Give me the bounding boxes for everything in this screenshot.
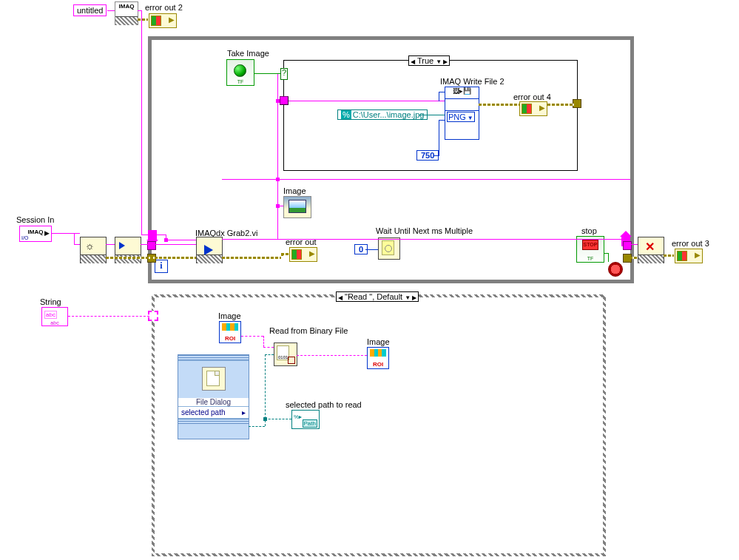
image-label: Image xyxy=(283,186,306,195)
shift-register-left xyxy=(148,230,157,240)
wire xyxy=(249,426,265,428)
junction xyxy=(276,99,280,103)
file-type-ring[interactable]: PNG xyxy=(447,112,475,122)
imaq-write-label: IMAQ Write File 2 xyxy=(440,77,505,86)
error-out-3-indicator xyxy=(675,249,703,263)
untitled-control[interactable]: untitled xyxy=(73,4,107,16)
wire xyxy=(138,18,148,21)
error-out-indicator xyxy=(289,247,317,262)
image-roi1-label: Image xyxy=(218,311,241,320)
wire xyxy=(106,244,115,245)
wire xyxy=(74,233,75,244)
camera-icon xyxy=(197,254,222,263)
file-dialog-title: File Dialog xyxy=(178,398,249,406)
imaqdx-grab-node xyxy=(196,237,223,263)
iteration-terminal: i xyxy=(155,260,168,273)
wire xyxy=(52,233,80,234)
junction xyxy=(276,204,280,208)
wire xyxy=(222,239,629,240)
loop-tunnel xyxy=(147,241,156,250)
error-out-4-indicator xyxy=(519,101,547,116)
wire xyxy=(106,257,196,259)
session-in-label: Session In xyxy=(16,215,54,224)
session-in-control[interactable]: IMAQI/O▶ xyxy=(19,226,52,242)
wire xyxy=(277,73,278,179)
wire xyxy=(138,10,141,11)
wire xyxy=(439,120,445,121)
case-selector-top[interactable]: True xyxy=(408,55,450,66)
selected-path-indicator: %▸Path xyxy=(291,410,320,429)
wire xyxy=(288,101,445,101)
imaqdx-close-node: ✕ xyxy=(638,237,664,263)
wire xyxy=(630,257,638,259)
wire xyxy=(479,104,519,106)
wire xyxy=(277,179,278,239)
file-path-constant[interactable]: %C:\User...\image.jpg xyxy=(337,109,428,120)
wire xyxy=(254,73,280,74)
stop-label: stop xyxy=(581,226,597,235)
wire xyxy=(265,354,274,356)
file-dialog-selected-path-port: selected path▸ xyxy=(178,406,249,418)
image-indicator xyxy=(283,196,311,218)
wire xyxy=(365,249,378,250)
loop-tunnel xyxy=(623,241,632,250)
wire xyxy=(608,253,609,262)
wire xyxy=(74,244,80,245)
camera-icon xyxy=(638,254,664,263)
wire xyxy=(265,354,266,426)
case-tunnel xyxy=(280,96,288,105)
wire xyxy=(68,316,149,317)
wire xyxy=(222,179,630,180)
wire xyxy=(433,155,439,156)
error-out-4-label: error out 4 xyxy=(513,92,551,101)
wire xyxy=(107,10,115,11)
wire xyxy=(265,419,291,420)
wire xyxy=(439,92,445,92)
wire xyxy=(263,347,274,348)
imaqdx-config-node xyxy=(115,237,141,263)
imaq-create-node: IMAQ xyxy=(115,1,138,25)
take-image-control[interactable]: TF xyxy=(226,59,254,86)
wire xyxy=(141,10,142,235)
wait-label: Wait Until Next ms Multiple xyxy=(376,226,473,235)
wire xyxy=(419,115,445,115)
read-binary-label: Read from Binary File xyxy=(269,326,348,335)
wire xyxy=(439,120,439,156)
wire xyxy=(141,235,166,235)
wire xyxy=(222,257,281,259)
case-tunnel-neg xyxy=(148,311,158,321)
selected-path-label: selected path to read xyxy=(286,400,362,409)
junction xyxy=(263,417,267,421)
string-control[interactable]: abcabc xyxy=(41,307,68,326)
loop-condition-terminal[interactable] xyxy=(608,262,623,277)
image-roi2-label: Image xyxy=(367,337,390,346)
stop-control[interactable]: STOPTF xyxy=(576,236,604,263)
case-selector-bottom[interactable]: "Read ", Default xyxy=(336,291,419,302)
wire xyxy=(630,244,638,245)
wire xyxy=(241,336,263,337)
junction xyxy=(276,178,280,181)
wire xyxy=(297,355,367,357)
wire xyxy=(166,240,196,240)
error-out-2-indicator xyxy=(149,13,177,28)
camera-icon xyxy=(115,254,141,263)
error-out-2-label: error out 2 xyxy=(145,3,183,12)
wire xyxy=(439,92,439,101)
error-out-3-label: error out 3 xyxy=(672,239,709,248)
wire xyxy=(281,253,289,255)
string-label: String xyxy=(40,297,61,306)
wait-node xyxy=(378,237,400,260)
read-binary-node: 0101 xyxy=(274,343,297,366)
file-dialog-node: File Dialog selected path▸ xyxy=(178,354,249,439)
wire xyxy=(664,254,674,257)
image-roi2-indicator xyxy=(367,347,389,369)
camera-icon xyxy=(81,254,106,263)
take-image-label: Take Image xyxy=(227,49,269,58)
imaqdx-open-node: ☼ xyxy=(80,237,107,263)
wire xyxy=(547,104,577,106)
case-selector-terminal: ? xyxy=(280,68,288,80)
junction xyxy=(164,238,168,242)
wire xyxy=(141,244,196,245)
wire xyxy=(263,336,265,347)
image-roi1-indicator xyxy=(219,321,241,343)
